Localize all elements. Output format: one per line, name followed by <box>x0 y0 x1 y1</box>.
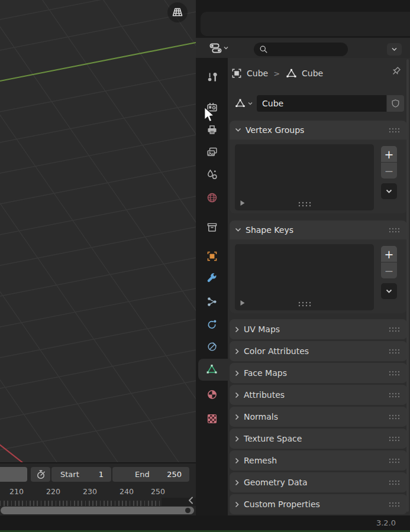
ruler-tick-240: 240 <box>115 487 138 496</box>
chevron-down-icon <box>235 128 241 132</box>
properties-options-dropdown[interactable] <box>387 43 402 56</box>
drag-grip-icon[interactable] <box>388 326 400 332</box>
drag-grip-icon[interactable] <box>388 392 400 398</box>
add-vertex-group-button[interactable]: + <box>381 146 397 162</box>
drag-grip-icon[interactable] <box>388 370 400 376</box>
properties-scrollbar[interactable] <box>406 59 409 512</box>
tab-object-data[interactable] <box>200 359 224 379</box>
drag-grip-icon[interactable] <box>388 436 400 442</box>
drag-grip-icon[interactable] <box>388 458 400 463</box>
panel-title: Attributes <box>244 390 285 400</box>
drag-grip-icon[interactable] <box>388 127 400 133</box>
list-resize-grip-icon[interactable] <box>298 201 312 207</box>
tab-scene[interactable] <box>200 164 224 184</box>
blender-version: 3.2.0 <box>376 518 396 527</box>
auto-keying-button[interactable] <box>31 467 50 482</box>
status-bar: 3.2.0 <box>0 515 410 530</box>
panel-attributes[interactable]: Attributes <box>230 385 407 405</box>
ruler-tick-230: 230 <box>78 487 102 496</box>
timeline-collapse-arrow[interactable] <box>188 496 194 505</box>
panel-geometry-data[interactable]: Geometry Data <box>230 472 407 492</box>
timeline-editor[interactable]: Start 1 End 250 210 220 230 240 250 <box>0 462 196 515</box>
chevron-left-icon <box>188 496 194 505</box>
chevron-down-icon <box>248 102 253 105</box>
fake-user-shield-button[interactable] <box>387 95 404 112</box>
breadcrumb: Cube > Cube <box>231 66 323 80</box>
object-icon <box>206 250 218 262</box>
datablock-name-input[interactable]: Cube <box>257 95 386 112</box>
panel-title: Normals <box>244 412 278 421</box>
tab-material[interactable] <box>200 384 224 404</box>
mesh-datablock-selector[interactable] <box>230 95 256 112</box>
3d-viewport[interactable] <box>0 0 196 462</box>
filter-expand-icon[interactable] <box>240 200 246 206</box>
ruler-tick-210: 210 <box>5 487 28 496</box>
frame-current-field-partial[interactable] <box>0 467 27 482</box>
tab-output[interactable] <box>200 119 224 140</box>
perspective-toggle-gizmo[interactable] <box>167 2 188 22</box>
panel-color-attributes[interactable]: Color Attributes <box>230 341 407 361</box>
panel-body-shape-keys: + − <box>230 239 407 313</box>
panel-title: Custom Properties <box>244 499 320 509</box>
chevron-right-icon <box>235 392 240 398</box>
tab-tool[interactable] <box>200 67 224 87</box>
panel-title: UV Maps <box>244 325 280 334</box>
panel-title: Color Attributes <box>244 346 309 356</box>
panel-shape-keys: Shape Keys + − <box>230 220 407 313</box>
panel-texture-space[interactable]: Texture Space <box>230 429 407 449</box>
properties-search-input[interactable] <box>254 43 348 56</box>
drag-grip-icon[interactable] <box>388 227 400 233</box>
breadcrumb-object-name[interactable]: Cube <box>247 69 268 78</box>
collection-box-icon <box>206 221 218 233</box>
remove-shape-key-button[interactable]: − <box>381 262 397 278</box>
physics-icon <box>206 318 218 330</box>
tab-world[interactable] <box>200 187 224 207</box>
timeline-scrollbar-knob[interactable] <box>185 508 191 513</box>
panel-remesh[interactable]: Remesh <box>230 450 407 471</box>
panel-uv-maps[interactable]: UV Maps <box>230 319 407 339</box>
blender-window: Start 1 End 250 210 220 230 240 250 3.2.… <box>0 0 410 532</box>
panel-normals[interactable]: Normals <box>230 407 407 427</box>
panel-header-shape-keys[interactable]: Shape Keys <box>230 220 407 239</box>
remove-vertex-group-button[interactable]: − <box>381 163 397 179</box>
tab-object[interactable] <box>200 246 224 266</box>
list-resize-grip-icon[interactable] <box>298 301 312 307</box>
breadcrumb-data-name[interactable]: Cube <box>302 69 323 78</box>
properties-editor-icon <box>209 41 222 55</box>
frame-end-label: End <box>112 470 150 479</box>
vertex-group-specials-menu[interactable] <box>381 183 397 199</box>
drag-grip-icon[interactable] <box>388 479 400 485</box>
tab-modifiers[interactable] <box>200 268 224 288</box>
drag-grip-icon[interactable] <box>388 348 400 354</box>
pin-icon <box>390 65 402 77</box>
drag-grip-icon[interactable] <box>388 501 400 507</box>
tab-physics[interactable] <box>200 314 224 334</box>
pin-id-button[interactable] <box>390 65 402 77</box>
tab-constraints[interactable] <box>200 336 224 356</box>
tab-collection[interactable] <box>200 217 224 237</box>
chevron-right-icon <box>235 348 240 355</box>
tab-view-layer[interactable] <box>200 142 224 162</box>
panel-title: Face Maps <box>244 368 287 378</box>
outliner-body[interactable] <box>201 12 410 36</box>
panel-custom-properties[interactable]: Custom Properties <box>230 494 407 514</box>
frame-end-field[interactable]: End 250 <box>112 467 189 482</box>
filter-expand-icon[interactable] <box>240 300 246 306</box>
timeline-scrollbar[interactable] <box>1 507 194 514</box>
chevron-right-icon <box>235 436 240 442</box>
shape-keys-list[interactable] <box>235 244 374 310</box>
frame-end-value: 250 <box>167 470 189 479</box>
shape-key-specials-menu[interactable] <box>381 283 397 299</box>
tab-texture[interactable] <box>200 408 224 429</box>
chevron-down-icon <box>224 46 228 50</box>
properties-editor: Cube > Cube <box>228 58 410 515</box>
tab-particles[interactable] <box>200 291 224 312</box>
frame-start-field[interactable]: Start 1 <box>51 467 111 482</box>
editor-type-selector[interactable] <box>205 40 232 56</box>
panel-header-vertex-groups[interactable]: Vertex Groups <box>230 121 407 140</box>
vertex-groups-list[interactable] <box>235 144 374 210</box>
add-shape-key-button[interactable]: + <box>381 246 397 262</box>
constraints-icon <box>206 340 218 353</box>
panel-face-maps[interactable]: Face Maps <box>230 363 407 383</box>
drag-grip-icon[interactable] <box>388 414 400 420</box>
